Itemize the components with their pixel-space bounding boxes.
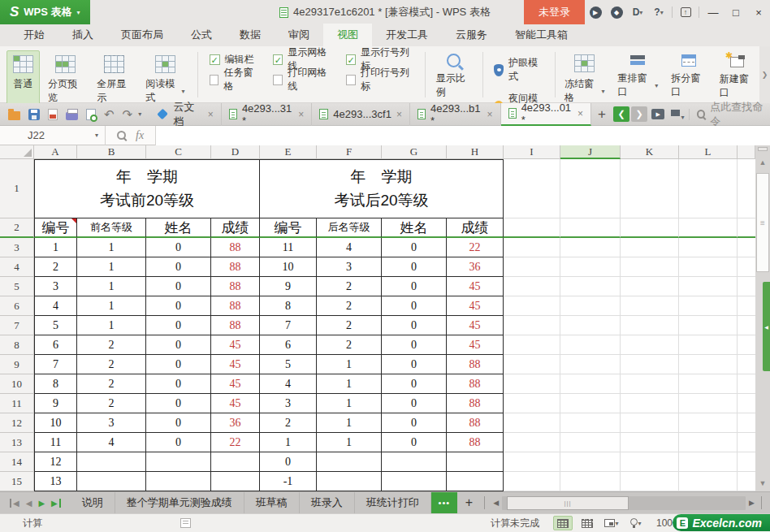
data-cell[interactable]: 3 <box>77 413 146 433</box>
empty-cell-I10[interactable] <box>504 374 560 394</box>
data-cell[interactable]: 88 <box>447 374 504 394</box>
data-cell[interactable]: 1 <box>77 257 146 277</box>
data-cell[interactable]: 36 <box>447 257 504 277</box>
horizontal-scroll-thumb[interactable]: ||| <box>507 496 629 510</box>
menu-item-页面布局[interactable]: 页面布局 <box>107 24 177 46</box>
document-tab[interactable]: 4e293...b1 *× <box>410 103 501 126</box>
data-cell[interactable]: 1 <box>317 394 382 413</box>
table-header-cell[interactable]: 成绩 <box>447 218 504 238</box>
add-sheet-button[interactable]: + <box>457 495 481 510</box>
empty-cell-I6[interactable] <box>504 296 560 316</box>
macro-record-icon[interactable] <box>180 518 191 528</box>
scroll-left-icon[interactable]: ◀ <box>493 499 499 507</box>
empty-cell-L11[interactable] <box>679 394 738 413</box>
data-cell[interactable]: 0 <box>382 316 447 335</box>
data-cell[interactable]: 1 <box>260 433 317 452</box>
page-break-view-button[interactable] <box>578 516 597 530</box>
cell-name-box[interactable]: J22 ▾ <box>0 126 106 145</box>
empty-cell-K7[interactable] <box>621 316 679 335</box>
data-cell[interactable]: 45 <box>211 335 260 355</box>
empty-cell-I12[interactable] <box>504 413 560 433</box>
data-cell[interactable]: 2 <box>260 413 317 433</box>
table-header-cell[interactable]: 成绩 <box>211 218 260 238</box>
empty-cell-I9[interactable] <box>504 355 560 374</box>
close-icon[interactable]: × <box>487 109 492 120</box>
data-cell[interactable]: 4 <box>34 296 77 316</box>
data-cell[interactable]: 88 <box>211 257 260 277</box>
data-cell[interactable]: 0 <box>260 452 317 472</box>
checkbox-任务窗格[interactable]: 任务窗格 <box>210 73 259 86</box>
tab-cloud-docs[interactable]: 云文档 × <box>149 103 222 126</box>
row-header-12[interactable]: 12 <box>0 413 34 433</box>
vertical-scrollbar[interactable]: ▲ ≡ ▼ ◀ <box>755 145 770 491</box>
empty-cell-K13[interactable] <box>621 433 679 452</box>
app-menu-button[interactable]: S WPS 表格 ▾ <box>0 0 90 24</box>
data-cell[interactable]: 1 <box>317 355 382 374</box>
menu-item-智能工具箱[interactable]: 智能工具箱 <box>501 24 582 46</box>
checkbox-icon[interactable]: ✓ <box>210 54 220 65</box>
window-button-重排窗口[interactable]: 重排窗口▾ <box>613 50 664 107</box>
redo-icon[interactable]: ↷ <box>123 108 133 120</box>
empty-cell-J2[interactable] <box>560 218 621 238</box>
horizontal-scroll-track[interactable]: ||| <box>502 496 746 510</box>
sheet-tab-班草稿[interactable]: 班草稿 <box>244 492 300 514</box>
row-header-2[interactable]: 2 <box>0 218 34 238</box>
data-cell[interactable] <box>146 452 211 472</box>
sheet-tab-说明[interactable]: 说明 <box>71 492 115 514</box>
data-cell[interactable]: 0 <box>146 257 211 277</box>
data-cell[interactable]: 4 <box>317 238 382 257</box>
checkbox-打印行号列标[interactable]: 打印行号列标 <box>346 73 413 86</box>
empty-cell-K9[interactable] <box>621 355 679 374</box>
empty-cell-L5[interactable] <box>679 277 738 296</box>
row-header-1[interactable]: 1 <box>0 159 34 218</box>
data-cell[interactable]: 1 <box>34 238 77 257</box>
select-all-corner[interactable] <box>0 145 34 159</box>
data-cell[interactable]: 2 <box>77 394 146 413</box>
data-cell[interactable]: 2 <box>317 335 382 355</box>
find-command-box[interactable]: 点此查找命令 <box>697 100 770 129</box>
col-header-L[interactable]: L <box>679 145 738 159</box>
data-cell[interactable]: 1 <box>317 374 382 394</box>
empty-cell-I1[interactable] <box>504 159 560 218</box>
data-cell[interactable]: 0 <box>146 277 211 296</box>
data-cell[interactable]: 0 <box>146 394 211 413</box>
data-cell[interactable]: -1 <box>260 472 317 491</box>
close-button[interactable]: × <box>747 0 770 24</box>
sheet-tab-班录入[interactable]: 班录入 <box>300 492 355 514</box>
skin-menu-icon[interactable]: D▾ <box>627 0 648 24</box>
empty-cell-K14[interactable] <box>621 452 679 472</box>
data-cell[interactable]: 88 <box>447 433 504 452</box>
data-cell[interactable]: 0 <box>382 296 447 316</box>
empty-cell-J15[interactable] <box>560 472 621 491</box>
view-mode-分页预览[interactable]: 分页预览 <box>41 50 89 108</box>
presentation-icon[interactable]: ▶ <box>651 109 664 119</box>
data-cell[interactable]: 3 <box>317 257 382 277</box>
data-cell[interactable]: 22 <box>211 433 260 452</box>
row-header-3[interactable]: 3 <box>0 238 34 257</box>
menu-item-开始[interactable]: 开始 <box>10 24 58 46</box>
checkbox-icon[interactable] <box>210 75 219 85</box>
empty-cell-I5[interactable] <box>504 277 560 296</box>
upload-icon[interactable]: ↑ <box>675 0 696 24</box>
data-cell[interactable]: 0 <box>382 335 447 355</box>
row-header-13[interactable]: 13 <box>0 433 34 452</box>
empty-cell-K3[interactable] <box>621 238 679 257</box>
empty-cell-L2[interactable] <box>679 218 738 238</box>
data-cell[interactable]: 4 <box>260 374 317 394</box>
empty-cell-I15[interactable] <box>504 472 560 491</box>
empty-cell-I4[interactable] <box>504 257 560 277</box>
data-cell[interactable]: 8 <box>34 374 77 394</box>
data-cell[interactable]: 5 <box>34 316 77 335</box>
vertical-scroll-thumb[interactable]: ≡ <box>756 173 769 272</box>
data-cell[interactable]: 88 <box>211 238 260 257</box>
checkbox-icon[interactable] <box>273 75 283 85</box>
menu-item-开发工具[interactable]: 开发工具 <box>372 24 442 46</box>
data-cell[interactable]: 3 <box>34 277 77 296</box>
checkbox-打印网格线[interactable]: 打印网格线 <box>273 73 331 86</box>
data-cell[interactable]: 1 <box>77 316 146 335</box>
window-button-新建窗口[interactable]: 新建窗口 <box>715 50 759 107</box>
data-cell[interactable]: 2 <box>77 355 146 374</box>
col-header-B[interactable]: B <box>77 145 146 159</box>
checkbox-icon[interactable]: ✓ <box>346 54 356 65</box>
empty-cell-J6[interactable] <box>560 296 621 316</box>
